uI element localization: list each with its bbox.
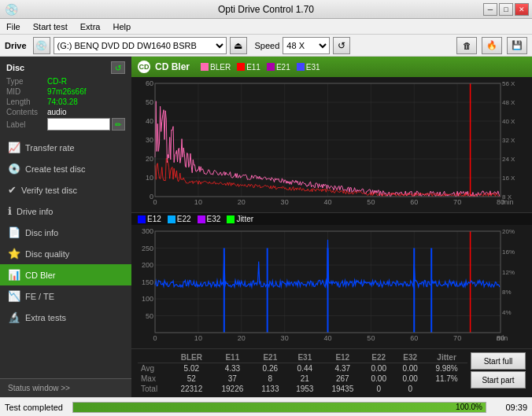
disc-refresh-button[interactable]: ↺ <box>111 61 125 74</box>
sidebar-item-fe-te[interactable]: 📉 FE / TE <box>0 285 131 307</box>
legend-e11-color <box>237 63 245 71</box>
drive-select[interactable]: (G:) BENQ DVD DD DW1640 BSRB <box>54 37 227 54</box>
stats-col-e32: E32 <box>394 352 426 363</box>
sidebar-item-create-test-disc[interactable]: 💿 Create test disc <box>0 158 131 179</box>
speed-label: Speed <box>255 41 280 50</box>
stats-col-jitter: Jitter <box>426 352 467 363</box>
bottom-chart-container <box>131 225 532 349</box>
chart-title-icon: CD <box>138 61 150 73</box>
disc-burn-button[interactable]: 🔥 <box>482 37 502 54</box>
disc-type-value: CD-R <box>47 77 67 86</box>
sidebar-item-label: Disc info <box>25 228 58 237</box>
minimize-button[interactable]: ─ <box>483 3 497 16</box>
legend-e22-color <box>168 215 175 223</box>
sidebar-item-label: Transfer rate <box>25 143 75 153</box>
menu-file[interactable]: File <box>3 20 24 33</box>
stats-max-e21: 8 <box>253 374 287 384</box>
legend-bler-color <box>201 63 209 71</box>
stats-avg-bler: 5.02 <box>171 363 212 374</box>
sidebar-item-label: CD Bler <box>25 271 56 280</box>
verify-test-disc-icon: ✔ <box>8 184 17 196</box>
window-controls: ─ □ ✕ <box>483 3 529 16</box>
stats-max-e12: 267 <box>322 374 363 384</box>
stats-total-jitter <box>426 384 467 394</box>
window-title: Opti Drive Control 1.70 <box>218 4 314 15</box>
sidebar-item-label: Disc quality <box>25 249 69 259</box>
legend-e11-label: E11 <box>246 63 260 72</box>
disc-type-row: Type CD-R <box>6 77 125 86</box>
stats-avg-e11: 4.33 <box>212 363 253 374</box>
eject-button[interactable]: ⏏ <box>230 37 247 54</box>
stats-col-e31: E31 <box>287 352 322 363</box>
legend-e12-color <box>138 215 146 223</box>
legend-e21: E21 <box>267 63 290 72</box>
chart-title: CD Bler <box>155 61 190 72</box>
stats-total-e31: 1953 <box>287 384 322 394</box>
stats-area: BLER E11 E21 E31 E12 E22 E32 Jitter Avg <box>131 349 532 397</box>
disc-erase-button[interactable]: 🗑 <box>456 37 477 54</box>
legend-jitter-label: Jitter <box>236 215 253 223</box>
disc-length-row: Length 74:03.28 <box>6 98 125 106</box>
right-panel: CD CD Bler BLER E11 E21 E31 <box>131 57 532 397</box>
disc-mid-value: 97m26s66f <box>47 87 86 96</box>
sidebar-item-cd-bler[interactable]: 📊 CD Bler <box>0 264 131 285</box>
chart-header: CD CD Bler BLER E11 E21 E31 <box>131 57 532 77</box>
disc-length-label: Length <box>6 98 47 106</box>
start-full-button[interactable]: Start full <box>471 352 526 370</box>
legend-e22: E22 <box>168 215 191 223</box>
speed-set-button[interactable]: ↺ <box>333 37 350 54</box>
app-icon: 💿 <box>5 3 18 16</box>
maximize-button[interactable]: □ <box>499 3 513 16</box>
sidebar-item-label: Verify test disc <box>21 186 77 195</box>
stats-total-label: Total <box>138 384 171 394</box>
statusbar: Test completed 100.0% 09:39 <box>0 397 532 416</box>
start-part-button[interactable]: Start part <box>471 371 526 388</box>
stats-max-e11: 37 <box>212 374 253 384</box>
legend-e32-color <box>198 215 205 223</box>
cd-bler-icon: 📊 <box>8 269 20 281</box>
stats-col-e21: E21 <box>253 352 287 363</box>
charts-area: E12 E22 E32 Jitter <box>131 77 532 349</box>
close-button[interactable]: ✕ <box>515 3 529 16</box>
extra-tests-icon: 🔬 <box>8 311 20 323</box>
titlebar: 💿 Opti Drive Control 1.70 ─ □ ✕ <box>0 0 532 19</box>
sidebar-item-extra-tests[interactable]: 🔬 Extra tests <box>0 307 131 328</box>
drive-label: Drive <box>5 41 27 50</box>
menu-start-test[interactable]: Start test <box>30 20 71 33</box>
sidebar-item-drive-info[interactable]: ℹ Drive info <box>0 201 131 222</box>
status-window-label: Status window >> <box>8 384 70 392</box>
disc-label-icon-button[interactable]: ✏ <box>112 118 125 131</box>
disc-length-value: 74:03.28 <box>47 98 78 106</box>
menu-help[interactable]: Help <box>109 20 134 33</box>
disc-quality-icon: ⭐ <box>8 248 20 260</box>
sidebar-item-disc-quality[interactable]: ⭐ Disc quality <box>0 243 131 264</box>
stats-max-label: Max <box>138 374 171 384</box>
menubar: File Start test Extra Help <box>0 19 532 35</box>
stats-avg-e21: 0.26 <box>253 363 287 374</box>
status-progress-bar <box>73 403 486 412</box>
stats-table: BLER E11 E21 E31 E12 E22 E32 Jitter Avg <box>138 352 467 394</box>
drive-icon: 💿 <box>33 37 50 54</box>
disc-label-input[interactable] <box>47 118 110 131</box>
transfer-rate-icon: 📈 <box>8 142 20 153</box>
sidebar-item-verify-test-disc[interactable]: ✔ Verify test disc <box>0 179 131 201</box>
left-panel: Disc ↺ Type CD-R MID 97m26s66f Length 74… <box>0 57 131 397</box>
disc-section-label: Disc <box>6 63 24 72</box>
top-legend: BLER E11 E21 E31 <box>201 63 320 72</box>
stats-total-e12: 19435 <box>322 384 363 394</box>
stats-max-bler: 52 <box>171 374 212 384</box>
status-window-button[interactable]: Status window >> <box>0 378 131 397</box>
stats-col-e12: E12 <box>322 352 363 363</box>
sidebar-item-disc-info[interactable]: 📄 Disc info <box>0 222 131 243</box>
legend-e31-color <box>297 63 305 71</box>
speed-select[interactable]: 48 X <box>283 37 330 54</box>
save-button[interactable]: 💾 <box>507 37 527 54</box>
sidebar-item-transfer-rate[interactable]: 📈 Transfer rate <box>0 137 131 158</box>
legend-jitter-color <box>227 215 235 223</box>
stats-max-e32: 0.00 <box>394 374 426 384</box>
legend-e12-label: E12 <box>147 215 161 223</box>
stats-total-e32: 0 <box>394 384 426 394</box>
menu-extra[interactable]: Extra <box>77 20 104 33</box>
stats-avg-e31: 0.44 <box>287 363 322 374</box>
sidebar-item-label: FE / TE <box>25 292 54 301</box>
